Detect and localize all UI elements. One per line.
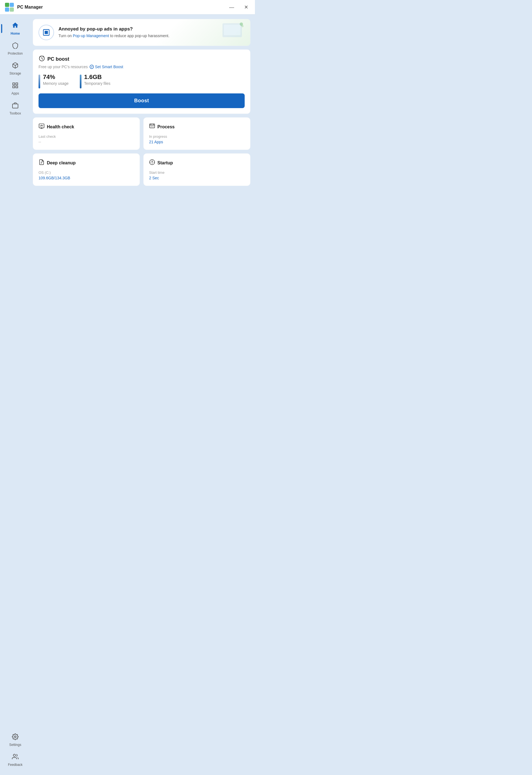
sidebar: Home Protection Storage Apps <box>0 14 30 775</box>
svg-point-12 <box>13 754 16 756</box>
app-logo <box>4 2 14 12</box>
health-check-icon <box>39 123 45 130</box>
sidebar-apps-label: Apps <box>11 91 19 95</box>
banner-icon <box>39 25 54 40</box>
svg-rect-16 <box>224 25 241 35</box>
process-card[interactable]: Process In progress 21 Apps <box>143 117 250 150</box>
banner-link[interactable]: Pop-up Management <box>73 34 109 38</box>
feedback-icon <box>12 753 19 762</box>
deep-cleanup-header: Deep cleanup <box>39 159 134 167</box>
svg-rect-2 <box>5 7 9 12</box>
app-body: Home Protection Storage Apps <box>0 14 255 775</box>
sidebar-item-apps[interactable]: Apps <box>3 79 28 98</box>
startup-header: Startup <box>149 159 245 167</box>
sidebar-item-protection[interactable]: Protection <box>3 39 28 58</box>
window-controls: — ✕ <box>227 4 250 11</box>
sidebar-settings-label: Settings <box>9 743 21 747</box>
health-check-value: -- <box>39 140 134 144</box>
sidebar-toolbox-label: Toolbox <box>9 111 21 115</box>
smart-boost-icon <box>89 65 94 69</box>
svg-rect-0 <box>5 3 9 7</box>
pcboost-subtitle-text: Free up your PC's resources <box>39 65 88 69</box>
pcboost-header: PC boost <box>39 55 245 63</box>
boost-button[interactable]: Boost <box>39 93 245 108</box>
deep-cleanup-card[interactable]: Deep cleanup OS (C:) 109.6GB/134.3GB <box>33 153 140 186</box>
deep-cleanup-icon <box>39 159 45 167</box>
svg-rect-8 <box>16 86 18 88</box>
banner-card[interactable]: Annoyed by pop-up ads in apps? Turn on P… <box>33 19 250 46</box>
smart-boost-label: Set Smart Boost <box>95 65 123 69</box>
process-title: Process <box>157 124 175 129</box>
deep-cleanup-sublabel: OS (C:) <box>39 170 134 175</box>
minimize-button[interactable]: — <box>227 4 236 11</box>
pcboost-card: PC boost Free up your PC's resources Set… <box>33 49 250 114</box>
sidebar-item-feedback[interactable]: Feedback <box>3 751 28 769</box>
home-icon <box>12 22 19 30</box>
cards-grid-2: Deep cleanup OS (C:) 109.6GB/134.3GB <box>33 153 250 186</box>
protection-icon <box>12 42 19 50</box>
storage-icon <box>12 62 19 70</box>
sidebar-item-home[interactable]: Home <box>3 19 28 38</box>
deep-cleanup-title: Deep cleanup <box>47 160 76 165</box>
banner-desc-suffix: to reduce app pop-up harassment. <box>109 34 169 38</box>
settings-icon <box>12 733 19 742</box>
svg-point-18 <box>241 25 244 27</box>
files-stat: 1.6GB Temporary files <box>80 73 111 88</box>
toolbox-icon <box>12 102 19 110</box>
memory-label: Memory usage <box>43 81 69 86</box>
app-title: PC Manager <box>17 5 227 10</box>
startup-sublabel: Start time <box>149 170 245 175</box>
process-header: Process <box>149 123 245 130</box>
files-info: 1.6GB Temporary files <box>84 73 111 86</box>
files-label: Temporary files <box>84 81 111 86</box>
sidebar-item-storage[interactable]: Storage <box>3 59 28 78</box>
svg-rect-26 <box>151 126 152 127</box>
main-content: Annoyed by pop-up ads in apps? Turn on P… <box>30 14 255 775</box>
pcboost-stats: 74% Memory usage 1.6GB Temporary files <box>39 73 245 88</box>
close-button[interactable]: ✕ <box>242 4 250 11</box>
sidebar-bottom: Settings Feedback <box>3 731 28 775</box>
sidebar-home-label: Home <box>11 32 20 35</box>
pcboost-icon <box>39 55 45 63</box>
cards-grid-1: Health check Last check -- <box>33 117 250 150</box>
svg-point-31 <box>152 162 153 163</box>
process-value: 21 Apps <box>149 140 245 144</box>
svg-rect-7 <box>13 86 15 88</box>
titlebar: PC Manager — ✕ <box>0 0 255 14</box>
startup-card[interactable]: Startup Start time 2 Sec <box>143 153 250 186</box>
health-check-title: Health check <box>47 124 74 129</box>
banner-desc-prefix: Turn on <box>58 34 73 38</box>
pcboost-title: PC boost <box>47 56 69 62</box>
svg-rect-3 <box>10 7 14 12</box>
sidebar-storage-label: Storage <box>9 71 21 75</box>
sidebar-item-settings[interactable]: Settings <box>3 731 28 750</box>
banner-graphic <box>217 19 247 44</box>
memory-stat: 74% Memory usage <box>39 73 69 88</box>
startup-value: 2 Sec <box>149 176 245 180</box>
health-check-card[interactable]: Health check Last check -- <box>33 117 140 150</box>
files-value: 1.6GB <box>84 73 111 81</box>
process-sublabel: In progress <box>149 134 245 139</box>
apps-icon <box>12 82 19 90</box>
memory-info: 74% Memory usage <box>43 73 69 86</box>
memory-value: 74% <box>43 73 69 81</box>
health-check-header: Health check <box>39 123 134 130</box>
svg-rect-27 <box>152 126 154 127</box>
health-check-sublabel: Last check <box>39 134 134 139</box>
svg-point-11 <box>14 736 16 738</box>
svg-rect-5 <box>13 83 15 85</box>
sidebar-item-toolbox[interactable]: Toolbox <box>3 99 28 118</box>
sidebar-feedback-label: Feedback <box>8 763 23 767</box>
sidebar-protection-label: Protection <box>8 52 23 55</box>
startup-icon <box>149 159 155 167</box>
startup-title: Startup <box>157 160 173 165</box>
deep-cleanup-value: 109.6GB/134.3GB <box>39 176 134 180</box>
pcboost-subtitle: Free up your PC's resources Set Smart Bo… <box>39 65 245 69</box>
svg-rect-21 <box>39 124 44 128</box>
svg-rect-22 <box>150 124 155 128</box>
memory-bar <box>39 75 40 88</box>
svg-rect-9 <box>12 104 18 108</box>
smart-boost-link[interactable]: Set Smart Boost <box>89 65 123 69</box>
files-bar <box>80 75 81 88</box>
svg-rect-1 <box>10 3 14 7</box>
